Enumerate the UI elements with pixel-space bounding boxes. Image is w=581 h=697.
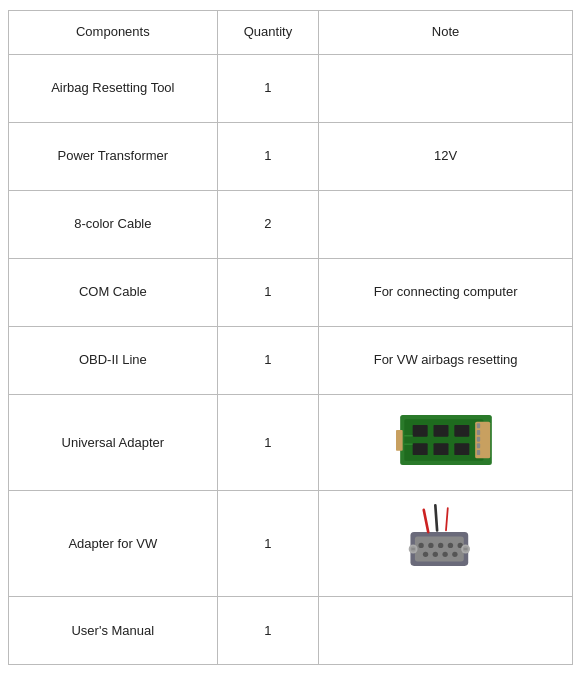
table-row: Adapter for VW1 — [9, 491, 573, 597]
svg-line-36 — [446, 508, 448, 530]
cell-quantity-power-transformer: 1 — [217, 123, 319, 191]
svg-point-26 — [442, 552, 447, 557]
svg-rect-11 — [476, 430, 479, 435]
cell-component-airbag-resetting-tool: Airbag Resetting Tool — [9, 55, 218, 123]
svg-point-27 — [452, 552, 457, 557]
cell-quantity-users-manual: 1 — [217, 597, 319, 665]
cell-note-adapter-for-vw — [319, 491, 573, 597]
components-table: Components Quantity Note Airbag Resettin… — [8, 10, 573, 665]
svg-rect-18 — [414, 537, 463, 562]
table-row: Airbag Resetting Tool1 — [9, 55, 573, 123]
svg-rect-6 — [412, 443, 427, 455]
cell-quantity-adapter-for-vw: 1 — [217, 491, 319, 597]
svg-rect-2 — [396, 430, 403, 451]
header-components: Components — [9, 11, 218, 55]
svg-rect-3 — [412, 425, 427, 437]
svg-rect-14 — [476, 450, 479, 455]
table-row: 8-color Cable2 — [9, 191, 573, 259]
cell-note-obd-ii-line: For VW airbags resetting — [319, 327, 573, 395]
cell-component-universal-adapter: Universal Adapter — [9, 395, 218, 491]
table-row: Power Transformer112V — [9, 123, 573, 191]
svg-point-22 — [447, 543, 452, 548]
cell-component-users-manual: User's Manual — [9, 597, 218, 665]
cell-component-com-cable: COM Cable — [9, 259, 218, 327]
cell-note-universal-adapter — [319, 395, 573, 491]
header-quantity: Quantity — [217, 11, 319, 55]
svg-rect-8 — [454, 443, 469, 455]
cell-component-power-transformer: Power Transformer — [9, 123, 218, 191]
cell-note-power-transformer: 12V — [319, 123, 573, 191]
cell-note-airbag-resetting-tool — [319, 55, 573, 123]
svg-point-21 — [438, 543, 443, 548]
svg-point-20 — [428, 543, 433, 548]
svg-line-34 — [423, 510, 427, 532]
cell-component-obd-ii-line: OBD-II Line — [9, 327, 218, 395]
header-note: Note — [319, 11, 573, 55]
cell-quantity-obd-ii-line: 1 — [217, 327, 319, 395]
svg-rect-5 — [454, 425, 469, 437]
cell-note-users-manual — [319, 597, 573, 665]
cell-note-com-cable: For connecting computer — [319, 259, 573, 327]
table-row: OBD-II Line1For VW airbags resetting — [9, 327, 573, 395]
svg-point-25 — [432, 552, 437, 557]
cell-quantity-com-cable: 1 — [217, 259, 319, 327]
table-row: COM Cable1For connecting computer — [9, 259, 573, 327]
svg-rect-12 — [476, 437, 479, 442]
cell-quantity-airbag-resetting-tool: 1 — [217, 55, 319, 123]
svg-point-24 — [422, 552, 427, 557]
svg-rect-7 — [433, 443, 448, 455]
svg-rect-13 — [476, 443, 479, 448]
table-wrapper: Components Quantity Note Airbag Resettin… — [0, 0, 581, 675]
svg-point-19 — [418, 543, 423, 548]
cell-quantity-universal-adapter: 1 — [217, 395, 319, 491]
cell-component-adapter-for-vw: Adapter for VW — [9, 491, 218, 597]
svg-line-35 — [435, 506, 437, 531]
svg-rect-10 — [476, 423, 479, 428]
cell-note-8-color-cable — [319, 191, 573, 259]
svg-rect-4 — [433, 425, 448, 437]
table-row: Universal Adapter1 — [9, 395, 573, 491]
table-header-row: Components Quantity Note — [9, 11, 573, 55]
table-row: User's Manual1 — [9, 597, 573, 665]
cell-component-8-color-cable: 8-color Cable — [9, 191, 218, 259]
cell-quantity-8-color-cable: 2 — [217, 191, 319, 259]
